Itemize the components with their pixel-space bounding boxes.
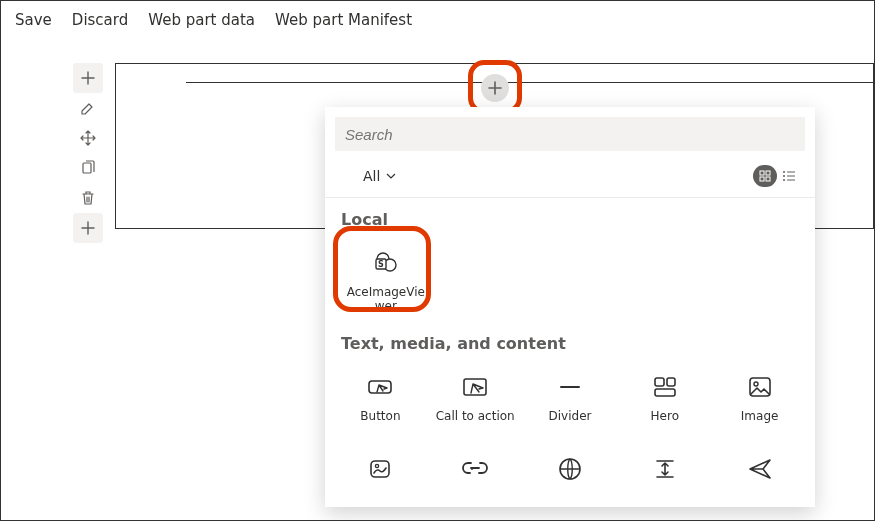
list-icon bbox=[782, 170, 796, 182]
filter-label: All bbox=[363, 168, 380, 184]
svg-rect-1 bbox=[760, 171, 764, 175]
add-webpart-button[interactable] bbox=[481, 74, 509, 102]
filter-dropdown[interactable]: All bbox=[363, 168, 396, 184]
group-title-local: Local bbox=[337, 208, 803, 239]
webpart-tile-label: Divider bbox=[549, 409, 592, 423]
chevron-down-icon bbox=[386, 171, 396, 181]
move-icon bbox=[80, 130, 96, 146]
webpart-tile-label: AceImageViewer bbox=[345, 285, 427, 314]
plus-icon bbox=[80, 220, 96, 236]
duplicate-icon bbox=[80, 160, 96, 176]
send-icon bbox=[746, 455, 774, 483]
move-section-button[interactable] bbox=[73, 123, 103, 153]
sharepoint-icon: S bbox=[372, 249, 400, 277]
webpart-picker: All Local S bbox=[325, 107, 815, 507]
svg-point-18 bbox=[754, 382, 758, 386]
webpart-tile-spacer[interactable] bbox=[621, 445, 708, 507]
spacer-icon bbox=[651, 455, 679, 483]
webpart-tile-label: Call to action bbox=[436, 409, 515, 423]
image-icon bbox=[746, 373, 774, 401]
webpart-tile-hero[interactable]: Hero bbox=[621, 363, 708, 435]
group-title-textmedia: Text, media, and content bbox=[337, 332, 803, 363]
button-icon bbox=[366, 373, 394, 401]
webpart-tile-link[interactable] bbox=[432, 445, 519, 507]
webpart-manifest-button[interactable]: Web part Manifest bbox=[275, 11, 412, 29]
duplicate-section-button[interactable] bbox=[73, 153, 103, 183]
edit-section-button[interactable] bbox=[73, 93, 103, 123]
grid-icon bbox=[759, 170, 771, 182]
list-view-button[interactable] bbox=[777, 165, 801, 187]
image-gallery-icon bbox=[366, 455, 394, 483]
discard-button[interactable]: Discard bbox=[72, 11, 128, 29]
edit-icon bbox=[80, 100, 96, 116]
svg-rect-17 bbox=[750, 378, 770, 396]
search-input[interactable] bbox=[335, 117, 805, 151]
webpart-tile-label: Hero bbox=[651, 409, 679, 423]
grid-view-button[interactable] bbox=[753, 165, 777, 187]
svg-rect-2 bbox=[766, 171, 770, 175]
svg-rect-4 bbox=[766, 177, 770, 181]
webpart-tile-embed[interactable] bbox=[527, 445, 614, 507]
svg-text:S: S bbox=[378, 260, 384, 269]
webpart-tile-imagegallery[interactable] bbox=[337, 445, 424, 507]
add-section-bottom-button[interactable] bbox=[73, 213, 103, 243]
webpart-tile-label: Image bbox=[741, 409, 779, 423]
view-toggle bbox=[753, 165, 801, 187]
webpart-tile-calltoaction[interactable]: Call to action bbox=[432, 363, 519, 435]
svg-rect-3 bbox=[760, 177, 764, 181]
delete-section-button[interactable] bbox=[73, 183, 103, 213]
calltoaction-icon bbox=[461, 373, 489, 401]
svg-rect-19 bbox=[371, 461, 389, 477]
webpart-tile-divider[interactable]: Divider bbox=[527, 363, 614, 435]
svg-point-5 bbox=[783, 171, 785, 173]
webpart-tile-image[interactable]: Image bbox=[716, 363, 803, 435]
webpart-data-button[interactable]: Web part data bbox=[148, 11, 255, 29]
trash-icon bbox=[80, 190, 96, 206]
svg-point-20 bbox=[376, 464, 379, 467]
webpart-tile-stream[interactable] bbox=[716, 445, 803, 507]
hero-icon bbox=[651, 373, 679, 401]
divider-icon bbox=[556, 373, 584, 401]
save-button[interactable]: Save bbox=[15, 11, 52, 29]
add-section-button[interactable] bbox=[73, 63, 103, 93]
svg-rect-14 bbox=[655, 378, 664, 386]
divider-line bbox=[186, 82, 873, 83]
link-icon bbox=[461, 455, 489, 483]
svg-point-6 bbox=[783, 175, 785, 177]
globe-icon bbox=[556, 455, 584, 483]
svg-rect-15 bbox=[667, 378, 675, 386]
webpart-tile-label: Button bbox=[360, 409, 400, 423]
svg-rect-0 bbox=[83, 163, 91, 173]
section-toolbox bbox=[73, 63, 103, 243]
webpart-tile-button[interactable]: Button bbox=[337, 363, 424, 435]
plus-icon bbox=[80, 70, 96, 86]
svg-point-7 bbox=[783, 179, 785, 181]
svg-rect-16 bbox=[655, 389, 675, 396]
plus-icon bbox=[488, 81, 502, 95]
webpart-tile-aceimageviewer[interactable]: S AceImageViewer bbox=[343, 239, 429, 318]
